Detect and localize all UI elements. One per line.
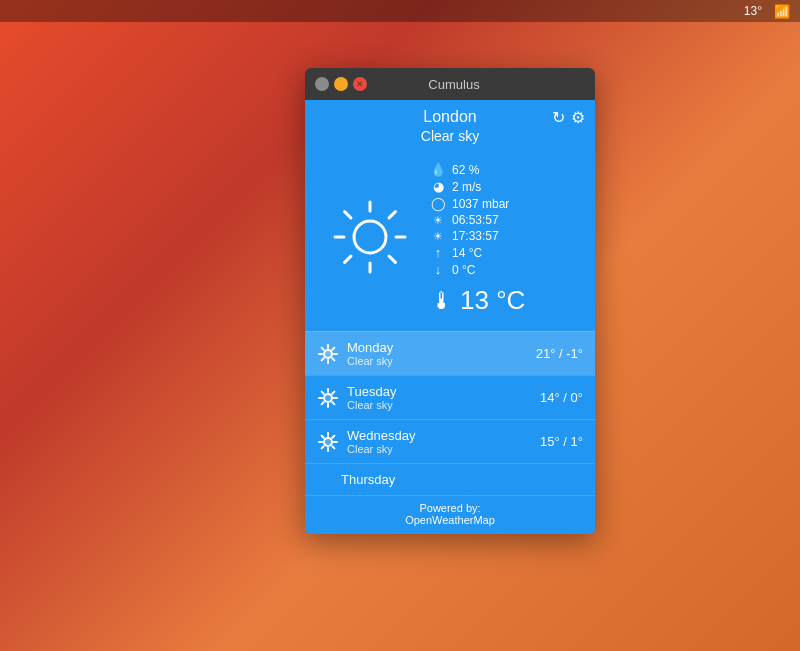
- forecast-cond-wednesday: Clear sky: [347, 443, 532, 455]
- pressure-value: 1037 mbar: [452, 197, 509, 211]
- sunrise-row: ☀ 06:53:57: [430, 213, 580, 227]
- svg-point-17: [324, 350, 332, 358]
- system-temperature: 13°: [744, 4, 762, 18]
- forecast-row-wednesday: Wednesday Clear sky 15° / 1°: [305, 419, 595, 463]
- city-name: London: [317, 108, 583, 126]
- top-bar: 13° 📶: [0, 0, 800, 22]
- forecast-day-monday: Monday: [347, 340, 528, 355]
- titlebar: ✕ Cumulus: [305, 68, 595, 100]
- forecast-cond-tuesday: Clear sky: [347, 399, 532, 411]
- low-temp-row: ↓ 0 °C: [430, 262, 580, 277]
- humidity-row: 💧 62 %: [430, 162, 580, 177]
- forecast-info-monday: Monday Clear sky: [347, 340, 528, 367]
- window-title: Cumulus: [367, 77, 541, 92]
- high-temp-row: ↑ 14 °C: [430, 245, 580, 260]
- wifi-icon: 📶: [774, 4, 790, 19]
- forecast-row-thursday: Thursday: [305, 463, 595, 495]
- svg-line-4: [345, 212, 351, 218]
- humidity-icon: 💧: [430, 162, 446, 177]
- pressure-icon: ◯: [430, 196, 446, 211]
- forecast-info-wednesday: Wednesday Clear sky: [347, 428, 532, 455]
- wind-value: 2 m/s: [452, 180, 481, 194]
- svg-point-26: [324, 394, 332, 402]
- forecast-day-thursday: Thursday: [341, 472, 395, 487]
- forecast-sun-icon-wednesday: [317, 431, 339, 453]
- header-action-icons: ↻ ⚙: [552, 108, 585, 127]
- forecast-sun-icon-monday: [317, 343, 339, 365]
- forecast-info-tuesday: Tuesday Clear sky: [347, 384, 532, 411]
- footer: Powered by: OpenWeatherMap: [305, 495, 595, 534]
- svg-line-7: [345, 256, 351, 262]
- forecast-row-monday: Monday Clear sky 21° / -1°: [305, 331, 595, 375]
- svg-line-32: [332, 446, 334, 448]
- svg-line-16: [322, 358, 324, 360]
- footer-line2: OpenWeatherMap: [305, 514, 595, 526]
- sunset-row: ☀ 17:33:57: [430, 229, 580, 243]
- settings-button[interactable]: ⚙: [571, 108, 585, 127]
- sunrise-value: 06:53:57: [452, 213, 499, 227]
- svg-line-24: [332, 391, 334, 393]
- sunrise-icon: ☀: [430, 214, 446, 227]
- weather-stats: 💧 62 % ◕ 2 m/s ◯ 1037 mbar ☀ 06:53:57: [430, 158, 580, 277]
- svg-point-35: [324, 438, 332, 446]
- weather-header: London Clear sky ↻ ⚙: [305, 100, 595, 148]
- svg-line-34: [322, 446, 324, 448]
- pressure-row: ◯ 1037 mbar: [430, 196, 580, 211]
- current-weather-block: 💧 62 % ◕ 2 m/s ◯ 1037 mbar ☀ 06:53:57: [305, 148, 595, 331]
- high-temp-value: 14 °C: [452, 246, 482, 260]
- svg-line-25: [322, 402, 324, 404]
- close-button[interactable]: ✕: [353, 77, 367, 91]
- current-temperature: 13 °C: [460, 285, 525, 316]
- svg-line-31: [322, 435, 324, 437]
- thermometer-icon: 🌡: [430, 287, 454, 315]
- humidity-value: 62 %: [452, 163, 479, 177]
- forecast-day-wednesday: Wednesday: [347, 428, 532, 443]
- sun-icon: [330, 197, 410, 277]
- current-temp-display: 🌡 13 °C: [430, 285, 580, 316]
- svg-line-22: [322, 391, 324, 393]
- forecast-day-tuesday: Tuesday: [347, 384, 532, 399]
- svg-line-15: [332, 347, 334, 349]
- sun-icon-wrap: [320, 158, 420, 316]
- forecast-cond-monday: Clear sky: [347, 355, 528, 367]
- forecast-temps-tuesday: 14° / 0°: [540, 390, 583, 405]
- forecast-row-tuesday: Tuesday Clear sky 14° / 0°: [305, 375, 595, 419]
- svg-line-6: [389, 212, 395, 218]
- wind-row: ◕ 2 m/s: [430, 179, 580, 194]
- forecast-sun-icon-tuesday: [317, 387, 339, 409]
- svg-line-23: [332, 402, 334, 404]
- forecast-list: Monday Clear sky 21° / -1°: [305, 331, 595, 495]
- weather-description: Clear sky: [317, 128, 583, 144]
- minimize-button[interactable]: [315, 77, 329, 91]
- refresh-button[interactable]: ↻: [552, 108, 565, 127]
- svg-point-8: [354, 221, 386, 253]
- footer-line1: Powered by:: [305, 502, 595, 514]
- svg-line-14: [332, 358, 334, 360]
- maximize-button[interactable]: [334, 77, 348, 91]
- sunset-value: 17:33:57: [452, 229, 499, 243]
- svg-line-13: [322, 347, 324, 349]
- window-controls: ✕: [315, 77, 367, 91]
- low-temp-value: 0 °C: [452, 263, 475, 277]
- forecast-temps-monday: 21° / -1°: [536, 346, 583, 361]
- main-content: London Clear sky ↻ ⚙: [305, 100, 595, 534]
- low-temp-icon: ↓: [430, 262, 446, 277]
- app-window: ✕ Cumulus London Clear sky ↻ ⚙: [305, 68, 595, 534]
- svg-line-33: [332, 435, 334, 437]
- high-temp-icon: ↑: [430, 245, 446, 260]
- sunset-icon: ☀: [430, 230, 446, 243]
- forecast-temps-wednesday: 15° / 1°: [540, 434, 583, 449]
- wind-icon: ◕: [430, 179, 446, 194]
- svg-line-5: [389, 256, 395, 262]
